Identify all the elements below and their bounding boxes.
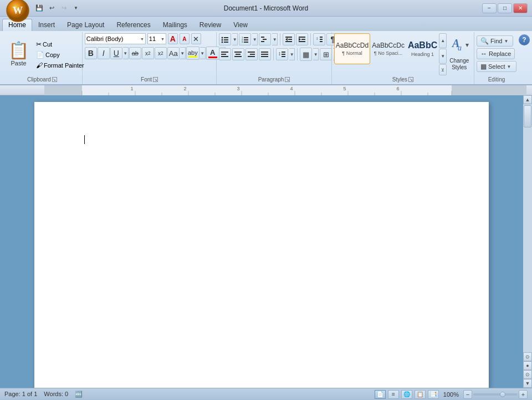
restore-button[interactable]: □ [498, 3, 512, 13]
svg-rect-39 [261, 54, 268, 55]
align-center-button[interactable] [232, 48, 244, 60]
numbering-button[interactable]: 1.2.3. [239, 33, 251, 45]
tab-page-layout[interactable]: Page Layout [61, 19, 110, 31]
office-logo[interactable]: W [6, 0, 30, 23]
shading-dropdown[interactable]: ▼ [313, 48, 319, 60]
style-heading1-label: Heading 1 [411, 52, 434, 57]
copy-button[interactable]: 📄 Copy [34, 50, 86, 60]
zoom-thumb[interactable] [500, 392, 505, 397]
line-spacing-dropdown[interactable]: ▼ [289, 48, 295, 60]
text-highlight-button[interactable]: aby [186, 47, 200, 60]
styles-label: Styles [392, 76, 407, 83]
align-left-button[interactable] [219, 48, 231, 60]
tab-mailings[interactable]: Mailings [157, 19, 193, 31]
clipboard-expand-icon[interactable]: ↘ [52, 77, 57, 82]
bullets-dropdown[interactable]: ▼ [232, 33, 238, 45]
line-spacing-button[interactable]: ↕ [276, 48, 288, 60]
view-web-layout[interactable]: 🌐 [401, 390, 412, 399]
styles-scroll-up[interactable]: ▲ [439, 33, 447, 48]
underline-dropdown[interactable]: ▼ [123, 47, 129, 59]
styles-scroll-down[interactable]: ▼ [439, 49, 447, 64]
style-heading1[interactable]: AaBbC Heading 1 [406, 33, 439, 64]
svg-rect-19 [288, 39, 292, 40]
next-page-button[interactable]: ⊙ [523, 370, 532, 379]
paste-button[interactable]: 📋 Paste [4, 39, 33, 69]
view-print-layout[interactable]: 📄 [375, 390, 386, 399]
tab-view[interactable]: View [227, 19, 254, 31]
borders-button[interactable]: ⊞ [320, 48, 332, 60]
find-button[interactable]: 🔍 Find ▼ [477, 35, 513, 47]
change-case-button[interactable]: Aa [167, 47, 180, 59]
style-normal-label: ¶ Normal [342, 50, 362, 56]
svg-marker-47 [466, 44, 469, 47]
quick-access-dropdown[interactable]: ▼ [71, 3, 81, 13]
svg-rect-29 [221, 52, 228, 53]
scrollbar-vertical[interactable]: ▲ ⊙ ● ⊙ ▼ [523, 95, 532, 388]
document-area[interactable] [0, 95, 523, 388]
scroll-down-button[interactable]: ▼ [523, 379, 532, 388]
select-button[interactable]: ▦ Select ▼ [477, 61, 516, 72]
shrink-font-button[interactable]: A [180, 33, 190, 44]
document-page[interactable] [34, 102, 489, 388]
multilevel-button[interactable] [259, 33, 271, 45]
shading-button[interactable]: ▦ [300, 48, 312, 61]
italic-button[interactable]: I [98, 47, 110, 59]
sort-button[interactable]: ↕ [313, 33, 325, 45]
help-button[interactable]: ? [519, 34, 530, 45]
zoom-plus-button[interactable]: + [519, 390, 528, 399]
multilevel-dropdown[interactable]: ▼ [272, 33, 278, 45]
cut-button[interactable]: ✂ Cut [34, 39, 86, 49]
style-no-spacing[interactable]: AaBbCcDc ¶ No Spaci... [370, 33, 406, 64]
minimize-button[interactable]: − [482, 3, 497, 13]
bold-button[interactable]: B [85, 47, 97, 59]
align-right-button[interactable] [245, 48, 258, 60]
clear-formatting-button[interactable]: ✕ [191, 33, 201, 44]
select-object-button[interactable]: ● [523, 361, 532, 370]
redo-button[interactable]: ↪ [59, 3, 69, 13]
styles-expand-icon[interactable]: ↘ [408, 77, 413, 82]
style-normal[interactable]: AaBbCcDd ¶ Normal [334, 33, 370, 64]
svg-rect-7 [224, 42, 228, 43]
justify-button[interactable] [259, 48, 271, 60]
prev-page-button[interactable]: ⊙ [523, 352, 532, 361]
font-selector[interactable]: Calibri (Body) ▼ [85, 33, 146, 44]
save-button[interactable]: 💾 [34, 3, 44, 13]
superscript-button[interactable]: x2 [155, 47, 167, 59]
highlight-dropdown[interactable]: ▼ [200, 47, 206, 59]
change-case-dropdown[interactable]: ▼ [180, 47, 186, 59]
paste-label: Paste [11, 60, 26, 66]
view-full-screen[interactable]: ≡ [388, 390, 399, 399]
size-dropdown-arrow: ▼ [161, 37, 165, 41]
scroll-up-button[interactable]: ▲ [523, 95, 532, 104]
decrease-indent-button[interactable] [283, 33, 295, 45]
scroll-thumb[interactable] [524, 105, 531, 127]
increase-indent-button[interactable] [296, 33, 308, 45]
tab-insert[interactable]: Insert [32, 19, 61, 31]
tab-references[interactable]: References [110, 19, 156, 31]
font-expand-icon[interactable]: ↘ [153, 77, 158, 82]
numbering-dropdown[interactable]: ▼ [252, 33, 258, 45]
svg-rect-22 [299, 37, 305, 38]
font-size-selector[interactable]: 11 ▼ [147, 33, 166, 44]
paragraph-expand-icon[interactable]: ↘ [285, 77, 290, 82]
bullets-button[interactable] [219, 33, 231, 45]
zoom-slider[interactable] [473, 393, 518, 396]
view-outline[interactable]: 📋 [415, 390, 426, 399]
styles-more-button[interactable]: ⊻ [439, 64, 447, 75]
replace-button[interactable]: ↔ Replace [477, 48, 515, 59]
strikethrough-button[interactable]: ab [129, 47, 141, 59]
change-styles-button[interactable]: A a Change Styles [447, 33, 472, 73]
view-draft[interactable]: 📑 [428, 390, 439, 399]
zoom-minus-button[interactable]: − [463, 390, 472, 399]
undo-button[interactable]: ↩ [47, 3, 57, 13]
svg-rect-31 [221, 56, 228, 57]
subscript-button[interactable]: x2 [142, 47, 154, 59]
svg-rect-11 [244, 39, 248, 40]
svg-point-6 [222, 42, 223, 43]
tab-review[interactable]: Review [193, 19, 227, 31]
format-painter-button[interactable]: 🖌 Format Painter [34, 60, 86, 70]
scroll-track[interactable] [523, 104, 532, 352]
grow-font-button[interactable]: A [168, 33, 178, 44]
close-button[interactable]: ✕ [513, 3, 528, 13]
underline-button[interactable]: U [110, 47, 122, 59]
